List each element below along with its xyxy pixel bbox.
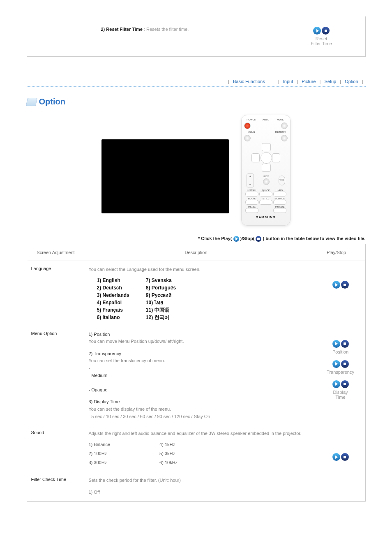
sound-col-b: 4) 1kHz 5) 3kHz 6) 10kHz <box>159 440 178 467</box>
display-time-options: - 5 sec / 10 sec / 30 sec / 60 sec / 90 … <box>89 413 312 421</box>
sound-playstop[interactable] <box>332 453 349 461</box>
stop-icon <box>341 380 349 388</box>
play-icon <box>233 236 239 242</box>
position-playstop[interactable] <box>332 340 349 348</box>
instruction-line: * Click the Play( )/Stop( ) button in th… <box>27 236 366 242</box>
transparency-heading: 2) Transparency <box>89 350 312 358</box>
mute-icon <box>281 123 288 129</box>
language-col-2: 7) Svenska 8) Português 9) Русский 10) ไ… <box>146 277 176 321</box>
position-caption: Position <box>316 349 365 354</box>
row-label-language: Language <box>31 266 51 271</box>
row-label-sound: Sound <box>31 430 44 435</box>
language-playstop[interactable] <box>332 281 349 289</box>
position-heading: 1) Position <box>89 331 312 338</box>
play-icon <box>332 380 340 388</box>
sound-intro: Adjusts the right and left audio balance… <box>89 430 312 437</box>
crumb-option[interactable]: Option <box>345 79 358 84</box>
stop-icon <box>341 360 349 368</box>
display-time-desc: You can set the display time of the menu… <box>89 406 312 413</box>
power-icon <box>244 123 251 129</box>
row-label-filter-check-time: Filter Check Time <box>31 477 67 482</box>
crumb-basic-functions[interactable]: Basic Functions <box>233 79 265 84</box>
table-row: Menu Option 1) Position You can move Men… <box>27 326 365 426</box>
reset-filter-desc: : Resets the filter time. <box>144 27 189 32</box>
stop-icon <box>256 236 261 242</box>
table-row: Sound Adjusts the right and left audio b… <box>27 425 365 472</box>
crumb-setup[interactable]: Setup <box>324 79 336 84</box>
stop-icon <box>341 340 349 348</box>
section-header-option: Option <box>27 97 366 106</box>
display-time-heading: 3) Display Time <box>89 398 312 406</box>
brand-label: SAMSUNG <box>244 215 288 219</box>
section-title: Option <box>39 97 65 106</box>
preview-screen <box>101 139 229 213</box>
top-reset-filter-box: 2) Reset Filter Time : Resets the filter… <box>27 16 366 57</box>
stop-icon <box>322 27 330 35</box>
crumb-input[interactable]: Input <box>283 79 293 84</box>
remote-control-illustration: POWERAUTOMUTE MENURETURN +− EXIT <box>241 115 291 226</box>
table-row: Filter Check Time Sets the check period … <box>27 472 365 501</box>
play-icon <box>313 27 321 35</box>
play-icon <box>332 340 340 348</box>
row-label-menu-option: Menu Option <box>31 331 57 336</box>
table-header: Screen Adjustment Description Play/Stop <box>27 244 365 261</box>
play-icon <box>332 453 340 461</box>
filter-item-off: 1) Off <box>89 489 312 496</box>
stop-icon <box>341 281 349 289</box>
display-caption-2: Time <box>316 395 365 400</box>
breadcrumb: | Basic Functions | Input | Picture | Se… <box>27 77 366 87</box>
filter-intro: Sets the check period for the filter. (U… <box>89 477 312 484</box>
header-screen-adjustment: Screen Adjustment <box>27 244 85 261</box>
folder-icon <box>25 98 37 106</box>
play-icon <box>332 360 340 368</box>
options-table: Screen Adjustment Description Play/Stop … <box>27 244 366 502</box>
header-play-stop: Play/Stop <box>308 244 365 261</box>
reset-filter-label: 2) Reset Filter Time <box>101 27 143 32</box>
transparency-playstop[interactable] <box>332 360 349 368</box>
display-caption-1: Display <box>316 390 365 395</box>
language-intro: You can select the Language used for the… <box>89 266 312 273</box>
language-col-1: 1) English 2) Deutsch 3) Nederlands 4) E… <box>97 277 129 321</box>
reset-filter-caption-2: Filter Time <box>278 41 365 46</box>
transparency-desc: You can set the translucency of menu. <box>89 357 312 365</box>
crumb-picture[interactable]: Picture <box>302 79 316 84</box>
transparency-caption: Transparency <box>316 370 365 375</box>
play-icon <box>332 281 340 289</box>
display-time-playstop[interactable] <box>332 380 349 388</box>
sound-col-a: 1) Balance 2) 100Hz 3) 300Hz <box>89 440 111 467</box>
header-description: Description <box>85 244 308 261</box>
position-desc: You can move Menu Position up/down/left/… <box>89 338 312 345</box>
stop-icon <box>341 453 349 461</box>
reset-filter-playstop[interactable] <box>313 27 330 35</box>
reset-filter-caption-1: Reset <box>278 36 365 41</box>
table-row: Language You can select the Language use… <box>27 261 365 326</box>
